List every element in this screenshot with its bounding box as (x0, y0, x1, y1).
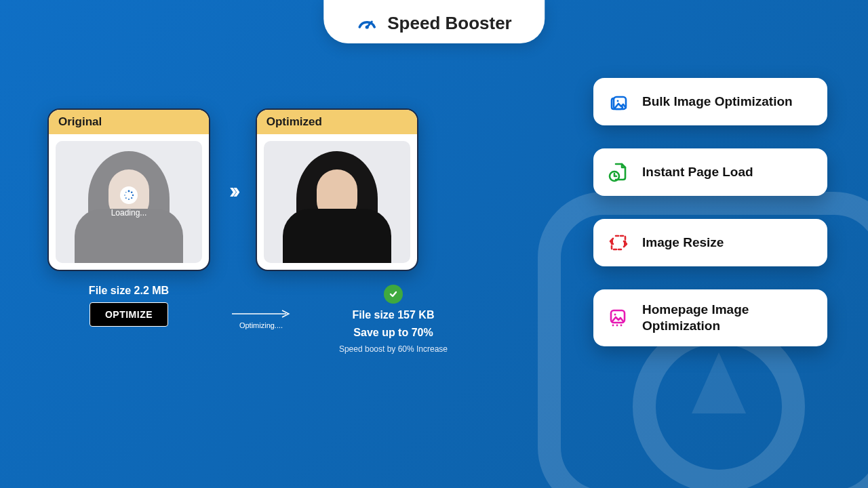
save-percent: Save up to 70% (353, 327, 433, 339)
svg-point-20 (612, 324, 614, 326)
original-image: Loading... (56, 141, 202, 263)
check-icon (384, 285, 403, 304)
optimized-image (264, 141, 410, 263)
optimizing-status: Optimizing.... (231, 285, 292, 354)
svg-point-12 (124, 195, 125, 196)
original-card-label: Original (49, 110, 209, 134)
feature-label: Bulk Image Optimization (642, 94, 793, 110)
svg-point-9 (131, 197, 132, 199)
optimized-info: File size 157 KB Save up to 70% Speed bo… (312, 285, 475, 354)
app-title: Speed Booster (387, 13, 512, 34)
images-icon (607, 90, 630, 113)
chevron-right-icon: ›› (229, 177, 237, 203)
loading-text: Loading... (111, 208, 147, 218)
svg-point-16 (617, 100, 619, 102)
svg-point-11 (125, 197, 127, 199)
spinner-icon (120, 186, 138, 204)
file-clock-icon (607, 161, 630, 184)
svg-point-13 (125, 192, 126, 192)
feature-resize[interactable]: Image Resize (593, 219, 827, 266)
resize-icon (607, 231, 630, 254)
svg-point-7 (131, 192, 133, 194)
feature-instant-load[interactable]: Instant Page Load (593, 148, 827, 196)
loading-overlay: Loading... (56, 141, 202, 263)
svg-point-22 (620, 324, 623, 326)
speed-boost: Speed boost by 60% Increase (339, 344, 448, 354)
svg-point-10 (128, 199, 130, 200)
svg-point-6 (128, 190, 130, 192)
feature-bulk-optimization[interactable]: Bulk Image Optimization (593, 78, 827, 125)
feature-label: Image Resize (642, 235, 724, 251)
app-badge: Speed Booster (323, 0, 545, 43)
image-sparkle-icon (607, 306, 630, 329)
original-card: Original (47, 108, 210, 271)
feature-homepage-optimization[interactable]: Homepage Image Optimization (593, 289, 827, 346)
original-size: File size 2.2 MB (89, 285, 169, 297)
feature-list: Bulk Image Optimization Instant Page Loa… (593, 78, 827, 346)
arrow-right-icon (231, 309, 292, 319)
original-info: File size 2.2 MB OPTIMIZE (47, 285, 210, 354)
svg-point-1 (644, 332, 793, 481)
feature-label: Instant Page Load (642, 164, 753, 180)
svg-point-19 (614, 313, 616, 315)
svg-point-21 (616, 324, 618, 326)
feature-label: Homepage Image Optimization (642, 302, 814, 334)
svg-point-8 (132, 195, 134, 196)
optimized-card-label: Optimized (257, 110, 417, 134)
gauge-icon (356, 12, 378, 34)
svg-marker-2 (692, 352, 746, 413)
status-label: Optimizing.... (239, 321, 283, 329)
optimized-card: Optimized (256, 108, 418, 271)
optimized-size: File size 157 KB (353, 309, 435, 321)
optimize-button[interactable]: OPTIMIZE (90, 302, 168, 327)
